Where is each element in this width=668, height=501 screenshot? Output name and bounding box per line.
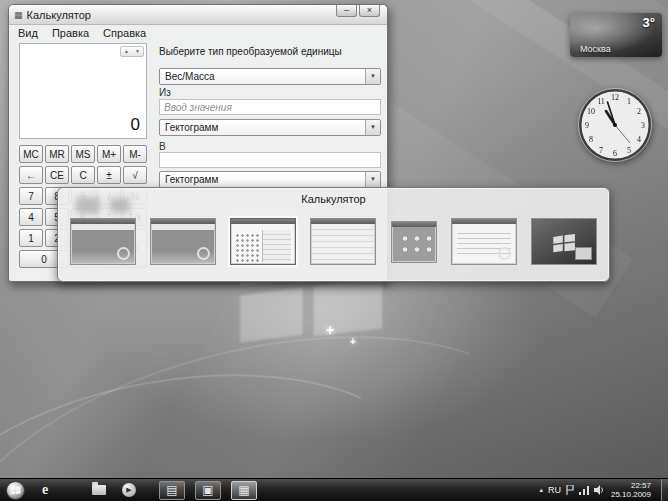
key-sqrt[interactable]: √: [123, 166, 147, 184]
thumbnail-content: [232, 224, 294, 263]
switcher-thumbnail-dialog[interactable]: [391, 221, 437, 263]
weather-gadget[interactable]: 3° Москва: [570, 13, 662, 57]
window-controls: – ×: [336, 5, 380, 17]
key-7[interactable]: 7: [19, 187, 43, 205]
to-label: В: [159, 141, 381, 152]
taskbar-ie-button[interactable]: e: [33, 481, 57, 500]
key-memory-recall[interactable]: MR: [45, 145, 69, 163]
clock-gadget[interactable]: 12 1 2 3 4 5 6 7 8 9 10 11: [577, 87, 653, 163]
windows-flag-icon: [552, 234, 576, 253]
from-label: Из: [159, 87, 381, 98]
taskbar-media-player-button[interactable]: ▶: [117, 481, 141, 500]
network-icon[interactable]: [579, 486, 589, 495]
taskbar-document-button[interactable]: ▤: [159, 481, 185, 500]
svg-text:5: 5: [627, 146, 631, 155]
scroll-up-icon[interactable]: ▲: [121, 47, 132, 56]
language-indicator[interactable]: RU: [548, 485, 561, 495]
internet-explorer-icon: e: [42, 482, 48, 498]
display-value: 0: [131, 115, 140, 135]
scroll-down-icon[interactable]: ▼: [132, 47, 143, 56]
folder-icon: [92, 485, 106, 495]
dropdown-arrow-icon[interactable]: ▼: [365, 69, 380, 84]
switcher-thumbnail-folder[interactable]: [310, 218, 376, 265]
start-button[interactable]: [6, 481, 25, 500]
switcher-thumbnails: [70, 218, 597, 265]
value-input[interactable]: [159, 99, 381, 115]
svg-text:2: 2: [637, 107, 641, 116]
to-unit-dropdown[interactable]: Гектограмм ▼: [159, 171, 381, 188]
thumbnail-content: [152, 224, 214, 263]
menu-edit[interactable]: Правка: [46, 26, 95, 40]
conversion-panel: Выберите тип преобразуемой единицы Вес/М…: [159, 43, 381, 188]
key-memory-add[interactable]: M+: [97, 145, 121, 163]
sparkle: +: [326, 322, 334, 338]
calculator-titlebar[interactable]: ▦ Калькулятор – ×: [9, 5, 387, 25]
taskbar: e ▶ ▤ ▣ ▦ ▴ RU: [0, 478, 668, 501]
svg-text:4: 4: [637, 135, 641, 144]
to-unit-value: Гектограмм: [165, 174, 218, 185]
key-memory-subtract[interactable]: M-: [123, 145, 147, 163]
system-tray: ▴ RU 22:57 25.10.2009: [539, 479, 668, 501]
switcher-thumbnail-calculator[interactable]: [230, 218, 296, 265]
tray-clock[interactable]: 22:57 25.10.2009: [611, 481, 651, 499]
conversion-prompt: Выберите тип преобразуемой единицы: [159, 46, 381, 57]
hidden-icons-chevron[interactable]: ▴: [539, 486, 543, 494]
svg-text:7: 7: [599, 146, 603, 155]
minimize-button[interactable]: –: [336, 5, 357, 17]
key-memory-clear[interactable]: MC: [19, 145, 43, 163]
menu-help[interactable]: Справка: [97, 26, 152, 40]
play-icon: ▶: [122, 483, 136, 497]
key-clear-entry[interactable]: CE: [45, 166, 69, 184]
thumbnail-content: [393, 227, 435, 261]
thumbnail-content: [533, 224, 595, 263]
menu-view[interactable]: Вид: [12, 26, 44, 40]
tray-time: 22:57: [611, 481, 651, 490]
key-backspace[interactable]: ←: [19, 166, 43, 184]
svg-text:1: 1: [627, 97, 631, 106]
display-scroll-buttons[interactable]: ▲ ▼: [120, 46, 144, 57]
svg-text:10: 10: [587, 107, 595, 116]
analog-clock: 12 1 2 3 4 5 6 7 8 9 10 11: [577, 87, 653, 163]
key-1[interactable]: 1: [19, 229, 43, 247]
window-title: Калькулятор: [27, 9, 91, 21]
thumbnail-content: [312, 224, 374, 263]
switcher-thumbnail-browser-1[interactable]: [70, 218, 136, 265]
svg-text:8: 8: [589, 135, 593, 144]
unit-type-dropdown[interactable]: Вес/Масса ▼: [159, 68, 381, 85]
weather-city: Москва: [580, 44, 611, 54]
show-desktop-button[interactable]: [661, 479, 668, 501]
close-button[interactable]: ×: [359, 5, 380, 17]
thumbnail-content: [72, 224, 134, 263]
svg-text:3: 3: [641, 121, 645, 130]
volume-icon[interactable]: [594, 485, 604, 495]
key-4[interactable]: 4: [19, 208, 43, 226]
desktop: + + ▦ Калькулятор – × Вид Правка Справка…: [0, 0, 668, 501]
switcher-thumbnail-browser-2[interactable]: [150, 218, 216, 265]
key-negate[interactable]: ±: [97, 166, 121, 184]
blur-artifact: [76, 197, 100, 214]
key-clear[interactable]: C: [71, 166, 95, 184]
taskbar-calculator-button[interactable]: ▦: [231, 481, 257, 500]
dropdown-arrow-icon[interactable]: ▼: [365, 120, 380, 135]
result-field[interactable]: [159, 152, 381, 168]
taskbar-explorer-button[interactable]: [87, 481, 111, 500]
switcher-thumbnail-desktop[interactable]: [531, 218, 597, 265]
calculator-icon: ▦: [238, 483, 249, 497]
window-switcher: Калькулятор: [57, 187, 610, 282]
from-unit-value: Гектограмм: [165, 122, 218, 133]
menu-bar: Вид Правка Справка: [9, 25, 387, 41]
action-center-icon[interactable]: [566, 485, 574, 495]
switcher-selected-title: Калькулятор: [58, 193, 609, 205]
switcher-thumbnail-document[interactable]: [451, 218, 517, 265]
svg-text:6: 6: [613, 149, 617, 158]
sparkle: +: [350, 336, 356, 347]
weather-temperature: 3°: [643, 15, 655, 30]
thumbnail-content: [453, 224, 515, 263]
from-unit-dropdown[interactable]: Гектограмм ▼: [159, 119, 381, 136]
unit-type-value: Вес/Масса: [165, 71, 215, 82]
blur-artifact: [110, 198, 130, 213]
key-memory-store[interactable]: MS: [71, 145, 95, 163]
image-icon: ▣: [202, 483, 213, 497]
dropdown-arrow-icon[interactable]: ▼: [365, 172, 380, 187]
taskbar-image-viewer-button[interactable]: ▣: [195, 481, 221, 500]
